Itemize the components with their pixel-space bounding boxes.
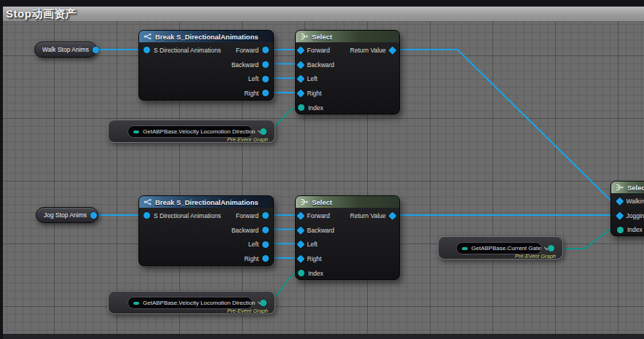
input-pin-forward[interactable] [297, 47, 305, 55]
pin-label: Index [627, 226, 643, 233]
node-header[interactable]: Break S_DirectionalAnimations [139, 196, 273, 208]
input-pin-right[interactable] [297, 255, 305, 263]
property-path-label: GetABPBase.Velocity Locomotion Direction [143, 300, 255, 306]
pin-label: Left [248, 241, 259, 248]
select-icon [616, 184, 624, 191]
section-title-bar: Stop动画资产 [0, 7, 644, 22]
output-pin-right[interactable] [262, 255, 269, 262]
select-icon [300, 33, 309, 40]
output-pin-forward[interactable] [262, 212, 269, 219]
pin-label: Return Value [350, 47, 386, 54]
input-pin-index[interactable] [298, 104, 305, 111]
pin-label: Index [308, 270, 323, 277]
window-left-strip [0, 0, 3, 339]
pin-label: Left [307, 241, 318, 248]
enum-dash-icon [133, 302, 139, 305]
output-pin-jog-stop-anims[interactable] [90, 212, 97, 219]
input-pin-struct[interactable] [144, 47, 150, 53]
output-pin-backward[interactable] [262, 61, 269, 68]
node-select-right[interactable]: Select Walking Jogging Index [610, 181, 644, 236]
pin-label: Right [244, 90, 259, 97]
blueprint-editor-window: Stop动画资产 Walk Stop Anims [0, 0, 644, 339]
output-pin-current-gate[interactable] [548, 245, 554, 252]
variable-label: Jog Stop Anims [44, 211, 87, 219]
node-header[interactable]: Select [296, 196, 399, 208]
pin-label: Forward [236, 212, 259, 219]
property-path-label: GetABPBase.Current Gate [471, 245, 541, 252]
pin-label: Forward [236, 47, 259, 54]
property-path-label: GetABPBase.Velocity Locomotion Direction [143, 128, 255, 135]
node-break-struct-top[interactable]: Break S_DirectionalAnimations S Directio… [138, 30, 274, 101]
output-pin-return-value[interactable] [388, 212, 396, 220]
node-title: Break S_DirectionalAnimations [155, 198, 259, 206]
input-pin-left[interactable] [297, 75, 305, 83]
input-pin-right[interactable] [297, 90, 305, 98]
node-title: Select [312, 33, 332, 41]
node-property-current-gate[interactable]: GetABPBase.Current Gate Pre-Event Graph [438, 236, 563, 260]
output-pin-direction[interactable] [260, 128, 267, 135]
input-pin-struct[interactable] [144, 212, 150, 219]
node-header[interactable]: Select [611, 182, 644, 193]
pin-label: Backward [307, 227, 334, 234]
input-pin-jogging[interactable] [616, 211, 624, 219]
variable-node-jog-stop-anims[interactable]: Jog Stop Anims [36, 207, 98, 223]
node-property-velocity-direction-bottom[interactable]: GetABPBase.Velocity Locomotion Direction… [108, 291, 275, 314]
output-pin-return-value[interactable] [388, 47, 396, 55]
node-header[interactable]: Select [296, 31, 399, 42]
graph-context-label: Pre-Event Graph [227, 136, 268, 143]
page-title: Stop动画资产 [6, 7, 76, 21]
enum-dash-icon [462, 247, 468, 250]
pin-label: Left [248, 75, 259, 82]
output-pin-left[interactable] [262, 241, 269, 248]
node-select-bottom[interactable]: Select Forward Backward Left Right Index… [295, 195, 400, 280]
node-title: Select [627, 184, 644, 192]
pin-label: S Directional Animations [154, 212, 221, 219]
output-pin-walk-stop-anims[interactable] [93, 47, 99, 53]
input-pin-index[interactable] [298, 270, 305, 276]
node-title: Break S_DirectionalAnimations [155, 33, 259, 41]
pin-label: Forward [307, 47, 330, 54]
pin-label: Backward [307, 61, 334, 69]
break-struct-icon [144, 198, 152, 206]
node-property-velocity-direction-top[interactable]: GetABPBase.Velocity Locomotion Direction… [108, 120, 275, 143]
input-pin-backward[interactable] [297, 226, 305, 234]
output-pin-direction[interactable] [260, 300, 267, 306]
input-pin-left[interactable] [297, 241, 305, 249]
variable-node-walk-stop-anims[interactable]: Walk Stop Anims [34, 42, 97, 58]
graph-context-label: Pre-Event Graph [515, 253, 556, 260]
output-pin-left[interactable] [262, 76, 269, 82]
blueprint-graph-canvas[interactable]: Walk Stop Anims Break S_DirectionalAnima… [0, 22, 644, 334]
select-icon [300, 198, 309, 206]
input-pin-index[interactable] [617, 227, 624, 233]
pin-label: Right [244, 255, 259, 262]
pin-label: S Directional Animations [154, 47, 221, 54]
pin-label: Index [308, 104, 323, 112]
pin-label: Backward [232, 61, 259, 69]
pin-label: Jogging [627, 212, 644, 219]
variable-label: Walk Stop Anims [42, 46, 89, 53]
window-top-strip [0, 0, 644, 7]
graph-context-label: Pre-Event Graph [227, 308, 268, 314]
pin-label: Backward [232, 227, 259, 234]
input-pin-backward[interactable] [297, 61, 305, 69]
pin-label: Right [307, 255, 322, 262]
node-break-struct-bottom[interactable]: Break S_DirectionalAnimations S Directio… [138, 195, 274, 266]
node-title: Select [312, 198, 332, 206]
pin-label: Forward [307, 212, 330, 219]
pin-label: Return Value [350, 212, 386, 219]
input-pin-walking[interactable] [616, 198, 624, 206]
output-pin-backward[interactable] [262, 227, 269, 233]
pin-label: Right [307, 90, 322, 97]
output-pin-right[interactable] [262, 90, 269, 96]
break-struct-icon [144, 33, 152, 40]
node-select-top[interactable]: Select Forward Backward Left Right Index… [295, 30, 400, 114]
pin-label: Walking [627, 198, 644, 205]
input-pin-forward[interactable] [297, 212, 305, 220]
window-bottom-strip [0, 334, 644, 339]
wire-select1-to-walking [392, 50, 619, 200]
node-header[interactable]: Break S_DirectionalAnimations [139, 31, 273, 42]
pin-label: Left [307, 75, 318, 82]
output-pin-forward[interactable] [262, 47, 269, 53]
enum-dash-icon [133, 130, 139, 133]
